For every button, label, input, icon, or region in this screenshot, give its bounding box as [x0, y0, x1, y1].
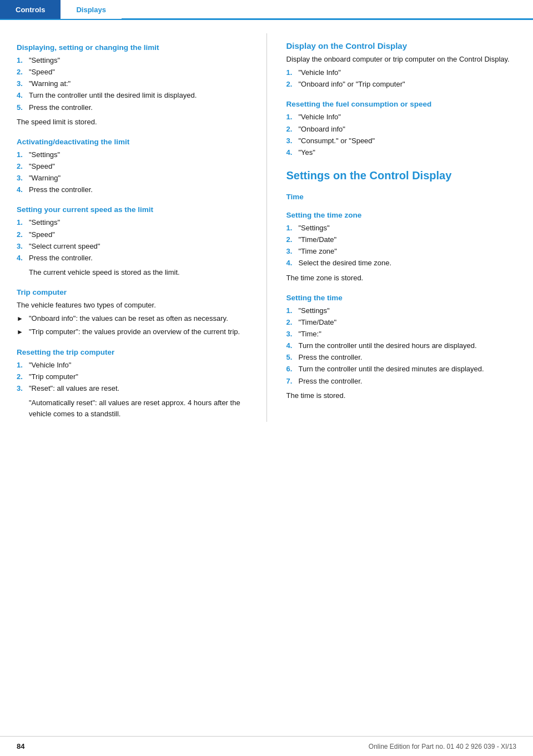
step-num: 1.: [17, 149, 26, 160]
step-text: "Vehicle Info": [29, 360, 71, 371]
list-item: 1. "Settings": [17, 149, 247, 160]
step-text: Press the controller.: [29, 184, 93, 195]
step-num: 5.: [286, 352, 295, 363]
step-num: 1.: [286, 223, 295, 234]
section-display-control: Display on the Control Display Display t…: [286, 41, 517, 90]
list-item: 4. Select the desired time zone.: [286, 258, 517, 269]
step-num: 2.: [17, 67, 26, 78]
time-title: Time: [286, 193, 517, 201]
top-nav: Controls Displays: [0, 0, 533, 20]
step-num: 3.: [17, 173, 26, 184]
step-text: "Speed": [29, 67, 55, 78]
list-item: 3. "Time zone": [286, 246, 517, 257]
subsection-setting-time: Setting the time 1. "Settings" 2. "Time/…: [286, 294, 517, 401]
step-text: "Settings": [299, 223, 330, 234]
step-text: "Reset": all values are reset.: [29, 383, 119, 394]
right-column: Display on the Control Display Display t…: [286, 33, 517, 422]
step-text: "Speed": [29, 161, 55, 172]
step-num: 6.: [286, 364, 295, 375]
list-item: 1. "Vehicle Info": [286, 112, 517, 123]
step-num: 4.: [286, 340, 295, 351]
step-text: "Settings": [29, 149, 60, 160]
settings-control-display-title: Settings on the Control Display: [286, 168, 517, 183]
step-num: 2.: [17, 371, 26, 382]
list-item: 2. "Trip computer": [17, 371, 247, 382]
step-text: "Speed": [29, 229, 55, 240]
step-num: 1.: [286, 67, 295, 78]
main-content: Displaying, setting or changing the limi…: [0, 20, 533, 433]
list-item: 6. Turn the controller until the desired…: [286, 364, 517, 375]
step-num: 3.: [286, 329, 295, 340]
step-num: 1.: [17, 217, 26, 228]
sub-note: The current vehicle speed is stored as t…: [29, 267, 247, 278]
step-text: "Time/Date": [299, 234, 337, 245]
step-num: 3.: [286, 246, 295, 257]
section-setting-speed-steps: 1. "Settings" 2. "Speed" 3. "Select curr…: [17, 217, 247, 264]
step-text: "Time zone": [299, 246, 337, 257]
section-activating-limit: Activating/deactivating the limit 1. "Se…: [17, 138, 247, 196]
section-displaying-limit: Displaying, setting or changing the limi…: [17, 43, 247, 128]
timezone-note: The time zone is stored.: [286, 273, 517, 284]
tab-controls[interactable]: Controls: [0, 0, 61, 19]
step-text: Turn the controller until the desired li…: [29, 90, 197, 101]
trip-computer-intro: The vehicle features two types of comput…: [17, 300, 247, 311]
step-text: "Settings": [299, 305, 330, 316]
setting-timezone-title: Setting the time zone: [286, 211, 517, 219]
section-resetting-fuel-title: Resetting the fuel consumption or speed: [286, 100, 517, 108]
column-divider: [266, 33, 267, 422]
step-text: Press the controller.: [29, 102, 93, 113]
section-display-control-title: Display on the Control Display: [286, 41, 517, 51]
list-item: 4. Turn the controller until the desired…: [17, 90, 247, 101]
display-control-intro: Display the onboard computer or trip com…: [286, 54, 517, 65]
page-number: 84: [17, 742, 24, 750]
section-trip-computer: Trip computer The vehicle features two t…: [17, 288, 247, 337]
resetting-trip-note: "Automatically reset": all values are re…: [29, 397, 247, 420]
step-text: "Settings": [29, 55, 60, 66]
time-stored-note: The time is stored.: [286, 390, 517, 401]
step-num: 7.: [286, 376, 295, 387]
list-item: ► "Trip computer": the values provide an…: [17, 326, 247, 337]
list-item: 5. Press the controller.: [286, 352, 517, 363]
display-control-steps: 1. "Vehicle Info" 2. "Onboard info" or "…: [286, 67, 517, 90]
step-num: 3.: [17, 383, 26, 394]
setting-timezone-steps: 1. "Settings" 2. "Time/Date" 3. "Time zo…: [286, 223, 517, 269]
list-item: 2. "Time/Date": [286, 317, 517, 328]
list-item: 4. Press the controller.: [17, 253, 247, 264]
section-activating-limit-steps: 1. "Settings" 2. "Speed" 3. "Warning" 4.…: [17, 149, 247, 196]
list-item: 3. "Warning": [17, 173, 247, 184]
step-num: 2.: [286, 79, 295, 90]
step-num: 5.: [17, 102, 26, 113]
step-num: 2.: [286, 317, 295, 328]
resetting-fuel-steps: 1. "Vehicle Info" 2. "Onboard info" 3. "…: [286, 112, 517, 158]
step-num: 1.: [17, 55, 26, 66]
step-num: 1.: [286, 305, 295, 316]
section-resetting-trip-steps: 1. "Vehicle Info" 2. "Trip computer" 3. …: [17, 360, 247, 394]
section-resetting-fuel: Resetting the fuel consumption or speed …: [286, 100, 517, 158]
list-item: 1. "Settings": [17, 55, 247, 66]
step-text: Turn the controller until the desired ho…: [299, 340, 477, 351]
step-num: 1.: [17, 360, 26, 371]
step-num: 2.: [17, 161, 26, 172]
list-item: 2. "Time/Date": [286, 234, 517, 245]
step-text: Select the desired time zone.: [299, 258, 392, 269]
tab-displays[interactable]: Displays: [61, 0, 121, 19]
list-item: 1. "Settings": [286, 305, 517, 316]
list-item: 2. "Speed": [17, 229, 247, 240]
setting-time-title: Setting the time: [286, 294, 517, 302]
step-text: "Settings": [29, 217, 60, 228]
step-num: 4.: [17, 90, 26, 101]
list-item: 3. "Select current speed": [17, 241, 247, 252]
section-resetting-trip: Resetting the trip computer 1. "Vehicle …: [17, 348, 247, 420]
step-text: "Warning": [29, 173, 61, 184]
step-text: "Select current speed": [29, 241, 100, 252]
list-item: 3. "Reset": all values are reset.: [17, 383, 247, 394]
section-activating-limit-title: Activating/deactivating the limit: [17, 138, 247, 146]
step-num: 2.: [17, 229, 26, 240]
list-item: 1. "Settings": [286, 223, 517, 234]
step-num: 2.: [286, 234, 295, 245]
list-item: 5. Press the controller.: [17, 102, 247, 113]
list-item: 1. "Vehicle Info": [17, 360, 247, 371]
list-item: 2. "Speed": [17, 161, 247, 172]
list-item: 4. Press the controller.: [17, 184, 247, 195]
list-item: ► "Onboard info": the values can be rese…: [17, 313, 247, 324]
